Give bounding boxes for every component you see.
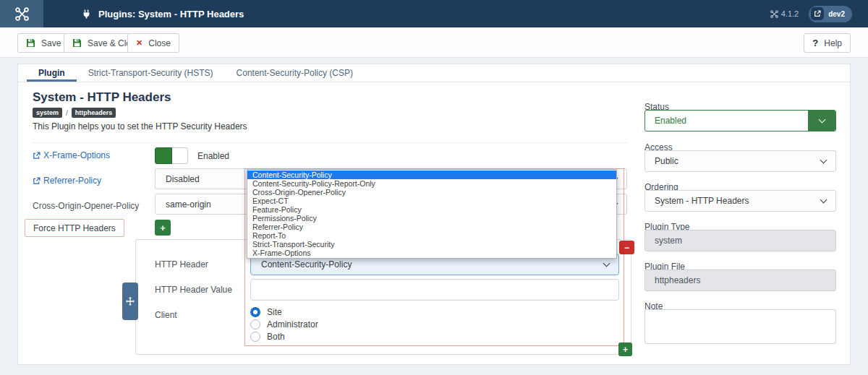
- env-badge[interactable]: dev2: [809, 6, 852, 22]
- help-button[interactable]: ? Help: [804, 33, 851, 53]
- page-title: Plugins: System - HTTP Headers: [98, 9, 244, 20]
- external-link-icon: [33, 152, 41, 160]
- http-header-value-input[interactable]: [250, 279, 619, 301]
- joomla-logo[interactable]: [0, 0, 43, 27]
- joomla-admin-screen: Plugins: System - HTTP Headers 4.1.2 dev…: [0, 0, 868, 375]
- plugin-file-badge: httpheaders: [72, 108, 116, 118]
- tab-hsts[interactable]: Strict-Transport-Security (HSTS): [77, 64, 225, 82]
- http-header-value-label: HTTP Header Value: [155, 285, 232, 295]
- radio-icon: [250, 319, 260, 329]
- edit-form-card: Plugin Strict-Transport-Security (HSTS) …: [17, 64, 851, 365]
- plugin-title: System - HTTP Headers: [33, 90, 171, 105]
- action-toolbar: Save Save & Close ✕ Close ? Help: [0, 27, 868, 58]
- close-icon: ✕: [136, 38, 142, 48]
- chevron-down-icon: [818, 116, 825, 124]
- referrer-policy-label[interactable]: Referrer-Policy: [33, 176, 101, 186]
- http-header-dropdown: Content-Security-Policy Content-Security…: [247, 169, 617, 259]
- dropdown-option[interactable]: Expect-CT: [247, 197, 616, 205]
- radio-selected-icon: [250, 307, 260, 317]
- x-frame-options-state: Enabled: [197, 151, 229, 161]
- drag-handle[interactable]: [122, 283, 138, 320]
- dropdown-option[interactable]: Content-Security-Policy-Report-Only: [247, 179, 616, 188]
- plugin-description: This Plugin helps you to set the HTTP Se…: [33, 121, 247, 132]
- joomla-version: 4.1.2: [770, 9, 799, 18]
- client-radio-both[interactable]: Both: [250, 332, 285, 342]
- save-icon: [72, 38, 82, 48]
- close-button[interactable]: ✕ Close: [127, 33, 179, 53]
- version-label: 4.1.2: [781, 9, 799, 18]
- plugin-badges: system / httpheaders: [33, 108, 116, 118]
- divider: [33, 142, 627, 143]
- client-radio-administrator[interactable]: Administrator: [250, 319, 318, 329]
- remove-row-button[interactable]: −: [619, 241, 634, 254]
- badge-separator: /: [66, 109, 68, 117]
- form-tabs: Plugin Strict-Transport-Security (HSTS) …: [18, 64, 850, 82]
- dropdown-option[interactable]: Permissions-Policy: [247, 214, 616, 223]
- env-badge-label: dev2: [828, 10, 845, 18]
- external-link-icon: [33, 177, 41, 185]
- http-header-label: HTTP Header: [155, 259, 208, 270]
- dropdown-option[interactable]: Feature-Policy: [247, 205, 616, 214]
- add-row-button-bottom[interactable]: +: [618, 342, 632, 356]
- plugin-type-badge: system: [33, 108, 62, 118]
- dropdown-option[interactable]: Strict-Transport-Security: [247, 240, 616, 249]
- chevron-down-icon: [603, 260, 610, 267]
- status-select[interactable]: Enabled: [644, 110, 836, 132]
- chevron-down-icon: [820, 157, 827, 164]
- plug-icon: [82, 9, 91, 19]
- close-label: Close: [148, 38, 171, 48]
- dropdown-option[interactable]: Content-Security-Policy: [247, 171, 616, 179]
- x-frame-options-toggle[interactable]: [155, 147, 188, 164]
- tab-plugin[interactable]: Plugin: [27, 64, 77, 82]
- external-link-icon: [811, 7, 824, 20]
- help-label: Help: [824, 38, 842, 48]
- save-label: Save: [41, 38, 61, 48]
- admin-titlebar: Plugins: System - HTTP Headers 4.1.2 dev…: [0, 0, 868, 27]
- cross-origin-opener-policy-label: Cross-Origin-Opener-Policy: [33, 201, 139, 211]
- chevron-down-icon: [820, 197, 827, 204]
- dropdown-option[interactable]: X-Frame-Options: [247, 249, 616, 257]
- dropdown-option[interactable]: Cross-Origin-Opener-Policy: [247, 188, 616, 197]
- dropdown-option[interactable]: Referrer-Policy: [247, 223, 616, 231]
- note-textarea[interactable]: [644, 309, 836, 344]
- x-frame-options-label[interactable]: X-Frame-Options: [33, 150, 110, 160]
- save-button[interactable]: Save: [17, 33, 69, 53]
- plugin-file-input: [644, 270, 836, 291]
- move-icon: [126, 297, 135, 306]
- status-select-cap: [808, 111, 835, 131]
- save-icon: [26, 38, 35, 48]
- client-label: Client: [155, 310, 177, 320]
- ordering-select[interactable]: System - HTTP Headers: [644, 190, 836, 212]
- joomla-logo-icon: [15, 7, 29, 21]
- access-select[interactable]: Public: [644, 150, 836, 172]
- force-http-headers-label: Force HTTP Headers: [25, 219, 124, 237]
- dropdown-option[interactable]: Report-To: [247, 231, 616, 240]
- plugin-type-input: [644, 230, 836, 251]
- tab-csp[interactable]: Content-Security-Policy (CSP): [225, 64, 365, 82]
- joomla-version-icon: [770, 10, 778, 18]
- radio-icon: [250, 332, 260, 342]
- help-icon: ?: [812, 38, 818, 48]
- client-radio-site[interactable]: Site: [250, 307, 282, 317]
- add-row-button[interactable]: +: [155, 220, 171, 236]
